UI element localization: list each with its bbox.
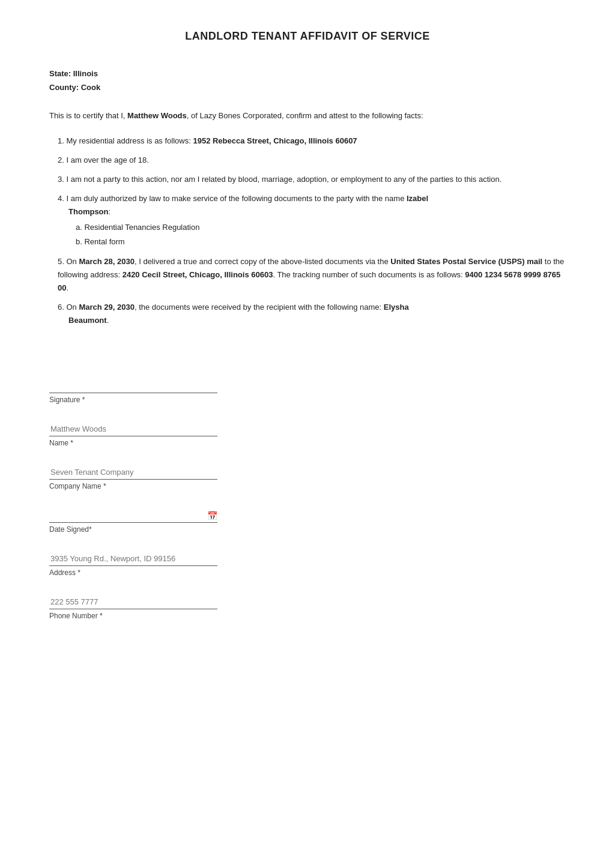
fact-5-address: 2420 Cecil Street, Chicago, Illinois 606… — [123, 270, 273, 279]
certify-name: Matthew Woods — [127, 111, 187, 120]
fact-6-period: . — [107, 316, 109, 325]
fact-3-text: I am not a party to this action, nor am … — [66, 175, 501, 184]
fact-5-on: On — [66, 257, 79, 266]
fact-6-date: March 29, 2030 — [79, 303, 135, 312]
signature-section: Signature * Name * Company Name * 📅 Date… — [49, 375, 566, 620]
certify-text-2: , of Lazy Bones Corporated, confirm and … — [187, 111, 423, 120]
state-label: State: — [49, 69, 71, 78]
county-label: County: — [49, 83, 79, 92]
state-line: State: Illinois — [49, 67, 566, 80]
date-signed-input[interactable] — [49, 508, 207, 522]
fact-6-number: 6. — [58, 303, 66, 312]
fact-5-text-mid1: , I delivered a true and correct copy of… — [135, 257, 390, 266]
fact-4-number: 4. — [58, 194, 66, 203]
fact-4-colon: : — [109, 207, 111, 216]
phone-number-field-group: Phone Number * — [49, 595, 566, 620]
fact-4-text-before: I am duly authorized by law to make serv… — [66, 194, 407, 203]
fact-2: 2. I am over the age of 18. — [55, 154, 566, 167]
calendar-icon[interactable]: 📅 — [207, 510, 217, 521]
date-signed-label: Date Signed* — [49, 525, 566, 534]
address-label: Address * — [49, 568, 566, 577]
date-signed-field-group: 📅 Date Signed* — [49, 508, 566, 534]
phone-number-label: Phone Number * — [49, 612, 566, 620]
fact-1-text-before: My residential address is as follows: — [66, 136, 193, 145]
county-line: County: Cook — [49, 80, 566, 94]
fact-6-on: On — [66, 303, 79, 312]
fact-4-sub-b: b. Rental form — [76, 235, 566, 249]
fact-2-text: I am over the age of 18. — [66, 155, 148, 164]
fact-5: 5. On March 28, 2030, I delivered a true… — [55, 255, 566, 295]
fact-4-sublist: a. Residential Tenancies Regulation b. R… — [58, 221, 566, 249]
fact-3-number: 3. — [58, 175, 66, 184]
company-name-input[interactable] — [49, 465, 217, 480]
company-name-label: Company Name * — [49, 482, 566, 490]
document-title: LANDLORD TENANT AFFIDAVIT OF SERVICE — [49, 30, 566, 43]
fact-1: 1. My residential address is as follows:… — [55, 134, 566, 148]
signature-drawn-line — [49, 375, 217, 393]
fact-5-service: United States Postal Service (USPS) mail — [390, 257, 542, 266]
fact-1-address: 1952 Rebecca Street, Chicago, Illinois 6… — [193, 136, 357, 145]
company-name-field-group: Company Name * — [49, 465, 566, 490]
state-value: Illinois — [73, 69, 98, 78]
document-container: LANDLORD TENANT AFFIDAVIT OF SERVICE Sta… — [49, 30, 566, 620]
county-value: Cook — [81, 83, 101, 92]
address-input[interactable] — [49, 552, 217, 566]
certify-paragraph: This is to certify that I, Matthew Woods… — [49, 109, 566, 122]
fact-3: 3. I am not a party to this action, nor … — [55, 173, 566, 186]
fact-6: 6. On March 29, 2030, the documents were… — [55, 301, 566, 327]
fact-5-text-mid3: . The tracking number of such documents … — [273, 270, 465, 279]
name-label: Name * — [49, 439, 566, 447]
fact-2-number: 2. — [58, 155, 66, 164]
fact-4: 4. I am duly authorized by law to make s… — [55, 192, 566, 249]
fact-4-sub-a: a. Residential Tenancies Regulation — [76, 221, 566, 234]
facts-list: 1. My residential address is as follows:… — [49, 134, 566, 327]
fact-5-number: 5. — [58, 257, 66, 266]
fact-5-date: March 28, 2030 — [79, 257, 135, 266]
address-field-group: Address * — [49, 552, 566, 577]
fact-1-number: 1. — [58, 136, 66, 145]
signature-label: Signature * — [49, 396, 566, 404]
name-input[interactable] — [49, 422, 217, 436]
fact-6-text-mid1: , the documents were received by the rec… — [135, 303, 384, 312]
state-county-section: State: Illinois County: Cook — [49, 67, 566, 95]
phone-number-input[interactable] — [49, 595, 217, 609]
certify-text-1: This is to certify that I, — [49, 111, 127, 120]
name-field-group: Name * — [49, 422, 566, 447]
date-field-row: 📅 — [49, 508, 217, 523]
fact-5-period: . — [66, 283, 68, 292]
signature-field-group: Signature * — [49, 375, 566, 404]
